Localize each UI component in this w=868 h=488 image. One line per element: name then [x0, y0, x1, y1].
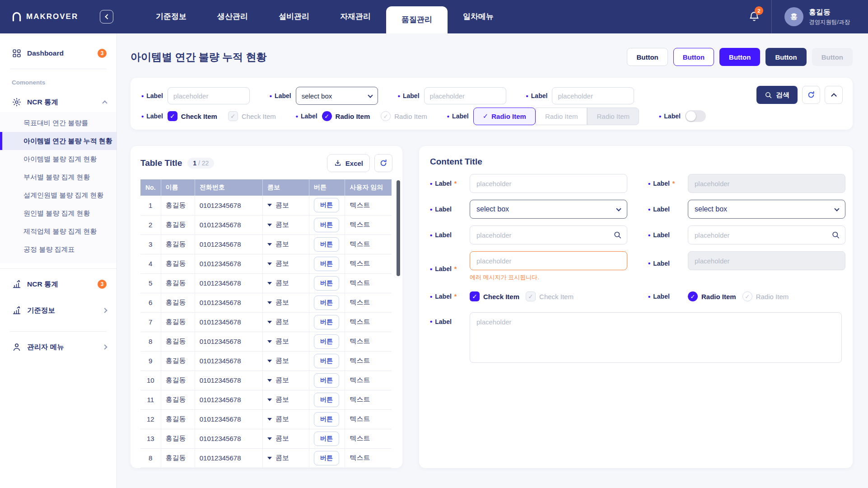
sidebar-subitem-3[interactable]: 부서별 불량 집계 현황 — [0, 168, 117, 186]
row-action-button[interactable]: 버튼 — [314, 354, 339, 368]
combo-dropdown[interactable]: 콤보 — [267, 259, 304, 268]
segment-inactive-2[interactable]: Radio Item — [587, 108, 639, 125]
combo-dropdown[interactable]: 콤보 — [267, 337, 304, 346]
radio-unchecked-icon[interactable] — [381, 111, 391, 121]
checkbox-option-disabled[interactable]: Check Item — [228, 111, 276, 121]
segment-inactive-1[interactable]: Radio Item — [536, 108, 588, 125]
radio-option-selected[interactable]: Radio Item — [322, 111, 370, 121]
nav-tab-equipment[interactable]: 설비관리 — [263, 0, 325, 33]
sidebar-collapse-button[interactable] — [100, 10, 113, 23]
radio-option-selected[interactable]: Radio Item — [688, 291, 736, 301]
segment-active[interactable]: Radio Item — [473, 108, 536, 125]
cell-no: 5 — [140, 273, 161, 293]
user-menu[interactable]: 홍 홍길동 경영지원팀/과장 — [772, 7, 868, 26]
caret-down-icon — [267, 360, 272, 362]
row-action-button[interactable]: 버튼 — [314, 257, 339, 271]
content-search-input-2[interactable] — [688, 225, 845, 244]
checkbox-option-checked[interactable]: Check Item — [470, 291, 519, 301]
row-action-button[interactable]: 버튼 — [314, 276, 339, 291]
combo-dropdown[interactable]: 콤보 — [267, 298, 304, 307]
content-textarea[interactable] — [470, 312, 842, 363]
search-icon[interactable] — [831, 231, 840, 239]
row-action-button[interactable]: 버튼 — [314, 451, 339, 465]
row-action-button[interactable]: 버튼 — [314, 198, 339, 212]
row-action-button[interactable]: 버튼 — [314, 218, 339, 232]
content-panel: Content Title •Label* •Label* •Label — [419, 146, 853, 468]
search-icon[interactable] — [613, 231, 622, 239]
combo-dropdown[interactable]: 콤보 — [267, 221, 304, 229]
sidebar-subitem-7[interactable]: 공정 불량 집계표 — [0, 240, 117, 258]
row-action-button[interactable]: 버튼 — [314, 373, 339, 388]
refresh-button[interactable] — [802, 86, 820, 104]
notifications-button[interactable]: 2 — [737, 11, 771, 23]
button-default[interactable]: Button — [627, 48, 667, 66]
button-outline[interactable]: Button — [673, 48, 714, 66]
row-action-button[interactable]: 버튼 — [314, 334, 339, 349]
nav-tab-materials[interactable]: 자재관리 — [325, 0, 386, 33]
combo-dropdown[interactable]: 콤보 — [267, 454, 304, 462]
radio-checked-icon[interactable] — [322, 111, 332, 121]
cell-combo: 콤보 — [262, 293, 309, 312]
sidebar-group-ncr-stats[interactable]: NCR 통계 — [0, 92, 117, 112]
content-select-box-2[interactable]: select box — [688, 200, 845, 219]
nav-tab-quality[interactable]: 품질관리 — [386, 6, 448, 33]
row-action-button[interactable]: 버튼 — [314, 296, 339, 310]
user-name: 홍길동 — [809, 8, 850, 17]
radio-option-unselected[interactable]: Radio Item — [381, 111, 427, 121]
radio-option-disabled[interactable]: Radio Item — [742, 291, 789, 301]
row-action-button[interactable]: 버튼 — [314, 315, 339, 329]
combo-dropdown[interactable]: 콤보 — [267, 240, 304, 249]
sidebar-item-label: 관리자 메뉴 — [27, 343, 64, 352]
combo-dropdown[interactable]: 콤보 — [267, 395, 304, 404]
nav-tab-primary-menu[interactable]: 일차메뉴 — [448, 0, 509, 33]
radio-checked-icon[interactable] — [688, 291, 698, 301]
button-primary[interactable]: Button — [719, 48, 760, 66]
combo-dropdown[interactable]: 콤보 — [267, 279, 304, 287]
combo-dropdown[interactable]: 콤보 — [267, 318, 304, 326]
combo-value: 콤보 — [275, 221, 289, 229]
toggle-switch-off[interactable] — [685, 110, 706, 122]
collapse-filter-button[interactable] — [825, 86, 843, 104]
filter-text-input-3[interactable] — [552, 87, 634, 104]
filter-text-input-1[interactable] — [168, 87, 250, 104]
table-scrollbar[interactable] — [397, 180, 400, 276]
nav-tab-standard-info[interactable]: 기준정보 — [140, 0, 202, 33]
combo-dropdown[interactable]: 콤보 — [267, 357, 304, 365]
content-select-box-1[interactable]: select box — [470, 200, 627, 219]
checkbox-option-disabled[interactable]: Check Item — [526, 291, 574, 301]
content-error-input[interactable] — [470, 251, 627, 270]
cell-name: 홍길동 — [161, 215, 195, 235]
nav-tab-production[interactable]: 생산관리 — [202, 0, 263, 33]
filter-text-input-2[interactable] — [424, 87, 506, 104]
combo-dropdown[interactable]: 콤보 — [267, 376, 304, 385]
table-actions: Excel — [327, 154, 392, 172]
sidebar-item-base-info[interactable]: 기준정보 — [0, 300, 117, 320]
sidebar-subitem-2[interactable]: 아이템별 불량 집계 현황 — [0, 150, 117, 168]
search-button[interactable]: 검색 — [756, 86, 798, 104]
table-refresh-button[interactable] — [374, 154, 392, 172]
checkbox-checked-icon[interactable] — [470, 291, 480, 301]
row-action-button[interactable]: 버튼 — [314, 432, 339, 446]
table-head: No. 이름 전화번호 콤보 버튼 사용자 임의 — [140, 179, 392, 196]
sidebar-item-ncr-stats-2[interactable]: NCR 통계 3 — [0, 274, 117, 294]
content-search-input-1[interactable] — [470, 225, 627, 244]
combo-dropdown[interactable]: 콤보 — [267, 434, 304, 443]
row-action-button[interactable]: 버튼 — [314, 393, 339, 407]
sidebar-subitem-1-active[interactable]: 아이템별 연간 불량 누적 현황 — [0, 132, 117, 150]
sidebar-subitem-0[interactable]: 목표대비 연간 불량률 — [0, 114, 117, 132]
checkbox-checked-icon[interactable] — [168, 111, 177, 121]
content-text-input[interactable] — [470, 174, 627, 193]
row-action-button[interactable]: 버튼 — [314, 412, 339, 427]
checkbox-option-checked[interactable]: Check Item — [168, 111, 217, 121]
filter-select-box[interactable]: select box — [296, 87, 378, 105]
row-action-button[interactable]: 버튼 — [314, 237, 339, 252]
sidebar-subitem-4[interactable]: 설계인원별 불량 집계 현황 — [0, 186, 117, 204]
combo-dropdown[interactable]: 콤보 — [267, 415, 304, 423]
button-navy[interactable]: Button — [765, 48, 806, 66]
excel-export-button[interactable]: Excel — [327, 154, 370, 172]
sidebar-subitem-6[interactable]: 제적업체 불량 집계 현황 — [0, 222, 117, 240]
sidebar-item-admin-menu[interactable]: 관리자 메뉴 — [0, 337, 117, 357]
combo-dropdown[interactable]: 콤보 — [267, 201, 304, 210]
sidebar-subitem-5[interactable]: 원인별 불량 집계 현황 — [0, 204, 117, 222]
sidebar-item-dashboard[interactable]: Dashboard 3 — [0, 43, 117, 63]
